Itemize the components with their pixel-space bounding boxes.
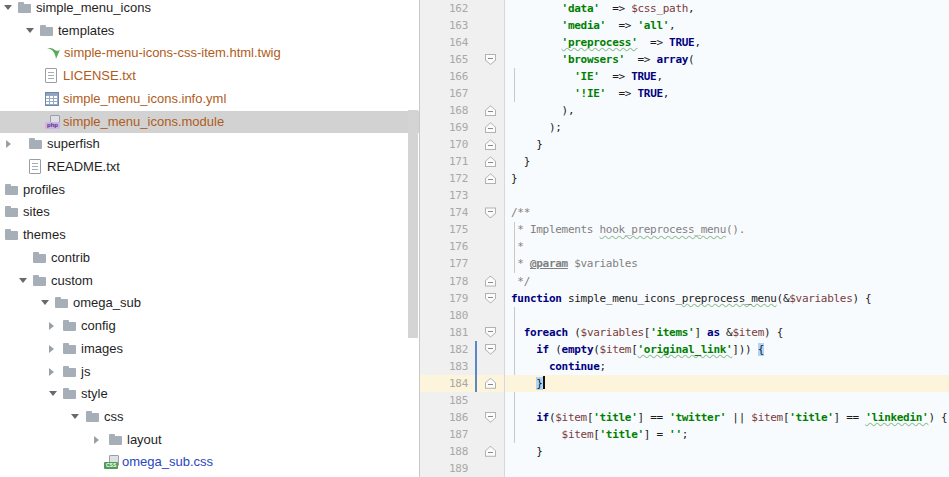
code-text[interactable]: }: [505, 153, 949, 170]
tree-item-omega-sub[interactable]: omega_sub: [0, 292, 419, 315]
tree-item-simple-menu-icons-module[interactable]: simple_menu_icons.module: [0, 111, 419, 134]
chevron-expanded-icon[interactable]: [41, 300, 49, 305]
fold-collapse-icon[interactable]: [485, 412, 496, 423]
fold-column: [480, 119, 504, 136]
fold-collapse-icon[interactable]: [485, 327, 496, 338]
code-text[interactable]: continue;: [505, 358, 949, 375]
line-number: 179: [420, 290, 472, 307]
fold-column: [480, 392, 504, 409]
code-text[interactable]: 'data' => $css_path,: [505, 0, 949, 17]
fold-column: [480, 187, 504, 204]
code-text[interactable]: }: [505, 375, 949, 392]
code-text[interactable]: if($item['title'] == 'twitter' || $item[…: [505, 409, 949, 426]
tree-scrollbar-thumb[interactable]: [408, 110, 418, 338]
fold-end-icon[interactable]: [485, 122, 496, 133]
code-text[interactable]: $item['title'] = '';: [505, 426, 949, 443]
line-number: 183: [420, 358, 472, 375]
chevron-expanded-icon[interactable]: [71, 414, 79, 419]
tree-item-profiles[interactable]: profiles: [0, 179, 419, 202]
tree-item-contrib[interactable]: contrib: [0, 247, 419, 270]
tree-item-simple-menu-icons-info-yml[interactable]: simple_menu_icons.info.yml: [0, 88, 419, 111]
code-text[interactable]: [505, 187, 949, 204]
fold-column: [480, 102, 504, 119]
line-number: 171: [420, 153, 472, 170]
vcs-changed-lines-marker[interactable]: [475, 341, 477, 358]
code-text[interactable]: 'preprocess' => TRUE,: [505, 34, 949, 51]
fold-collapse-icon[interactable]: [485, 344, 496, 355]
chevron-collapsed-icon[interactable]: [94, 436, 99, 444]
fold-column: [480, 17, 504, 34]
chevron-collapsed-icon[interactable]: [6, 140, 11, 148]
fold-collapse-icon[interactable]: [485, 207, 496, 218]
folder-icon: [18, 1, 33, 15]
code-text[interactable]: /**: [505, 204, 949, 221]
code-text[interactable]: 'IE' => TRUE,: [505, 68, 949, 85]
tree-item-simple-menu-icons[interactable]: simple_menu_icons: [0, 0, 419, 20]
text-file-icon: [45, 68, 57, 83]
chevron-collapsed-icon[interactable]: [49, 322, 54, 330]
tree-item-themes[interactable]: themes: [0, 224, 419, 247]
vcs-marker-column: [472, 358, 480, 375]
tree-item-images[interactable]: images: [0, 338, 419, 361]
code-text[interactable]: [505, 307, 949, 324]
code-text[interactable]: 'browsers' => array(: [505, 51, 949, 68]
vcs-changed-lines-marker[interactable]: [475, 358, 477, 375]
code-text[interactable]: [505, 460, 949, 477]
tree-item-license-txt[interactable]: LICENSE.txt: [0, 65, 419, 88]
fold-end-icon[interactable]: [485, 139, 496, 150]
code-text[interactable]: if (empty($item['original_link'])) {: [505, 341, 949, 358]
fold-column: [480, 238, 504, 255]
fold-end-icon[interactable]: [485, 446, 496, 457]
tree-item-superfish[interactable]: superfish: [0, 133, 419, 156]
fold-end-icon[interactable]: [485, 105, 496, 116]
fold-end-icon[interactable]: [485, 378, 496, 389]
line-number: 188: [420, 443, 472, 460]
code-text[interactable]: *: [505, 238, 949, 255]
tree-item-css[interactable]: css: [0, 406, 419, 429]
code-text[interactable]: function simple_menu_icons_preprocess_me…: [505, 290, 949, 307]
gutter: 183: [420, 358, 505, 375]
tree-item-label: sites: [23, 201, 50, 224]
code-text[interactable]: ),: [505, 102, 949, 119]
tree-item-readme-txt[interactable]: README.txt: [0, 156, 419, 179]
vcs-changed-lines-marker[interactable]: [475, 375, 477, 392]
gutter: 188: [420, 443, 505, 460]
tree-item-sites[interactable]: sites: [0, 201, 419, 224]
fold-column: [480, 34, 504, 51]
vcs-marker-column: [472, 119, 480, 136]
code-text[interactable]: }: [505, 443, 949, 460]
fold-end-icon[interactable]: [485, 173, 496, 184]
fold-collapse-icon[interactable]: [485, 54, 496, 65]
tree-item-config[interactable]: config: [0, 315, 419, 338]
tree-item-custom[interactable]: custom: [0, 270, 419, 293]
code-text[interactable]: 'media' => 'all',: [505, 17, 949, 34]
tree-item-js[interactable]: js: [0, 361, 419, 384]
fold-end-icon[interactable]: [485, 156, 496, 167]
code-text[interactable]: [505, 392, 949, 409]
tree-item-templates[interactable]: templates: [0, 20, 419, 43]
folder-icon: [109, 433, 124, 447]
code-text[interactable]: * Implements hook_preprocess_menu().: [505, 221, 949, 238]
code-line-167: 167 '!IE' => TRUE,: [420, 85, 949, 102]
code-text[interactable]: );: [505, 119, 949, 136]
code-text[interactable]: foreach ($variables['items'] as &$item) …: [505, 324, 949, 341]
code-text[interactable]: */: [505, 273, 949, 290]
tree-item-layout[interactable]: layout: [0, 429, 419, 452]
code-text[interactable]: }: [505, 136, 949, 153]
code-text[interactable]: * @param $variables: [505, 255, 949, 272]
fold-collapse-icon[interactable]: [485, 293, 496, 304]
line-number: 169: [420, 119, 472, 136]
chevron-expanded-icon[interactable]: [19, 278, 27, 283]
tree-item-style[interactable]: style: [0, 383, 419, 406]
chevron-expanded-icon[interactable]: [4, 5, 12, 10]
chevron-collapsed-icon[interactable]: [49, 345, 54, 353]
code-line-164: 164 'preprocess' => TRUE,: [420, 34, 949, 51]
tree-item-simple-menu-icons-css-item-html-twig[interactable]: simple-menu-icons-css-item.html.twig: [0, 42, 419, 65]
code-text[interactable]: '!IE' => TRUE,: [505, 85, 949, 102]
chevron-expanded-icon[interactable]: [26, 28, 34, 33]
tree-item-omega-sub-css[interactable]: omega_sub.css: [0, 451, 419, 474]
code-text[interactable]: }: [505, 170, 949, 187]
chevron-collapsed-icon[interactable]: [49, 368, 54, 376]
chevron-expanded-icon[interactable]: [49, 391, 57, 396]
fold-end-icon[interactable]: [485, 276, 496, 287]
